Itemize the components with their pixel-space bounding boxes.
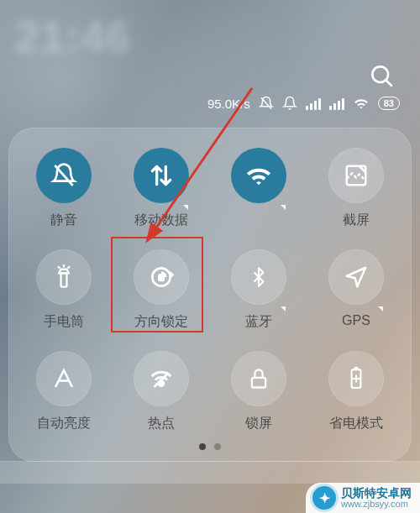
watermark-title: 贝斯特安卓网 (341, 487, 412, 500)
svg-rect-12 (252, 378, 265, 388)
expand-triangle-icon (378, 306, 383, 311)
autobright-icon (36, 351, 92, 406)
page-dot-1[interactable] (199, 443, 206, 450)
bluetooth-icon (231, 249, 286, 305)
tile-mute[interactable]: 静音 (15, 148, 113, 229)
screen-root: 21:46 ····· 95.0K/s 83 静音移动数据截屏手电筒方向锁定蓝牙… (0, 0, 420, 513)
watermark-logo-icon: ✦ (312, 486, 336, 510)
lockscreen-clock: 21:46 (15, 12, 131, 62)
signal-2-icon (329, 97, 344, 110)
page-dot-2[interactable] (214, 443, 221, 450)
battery-icon (328, 351, 384, 406)
torch-icon (36, 249, 92, 305)
expand-triangle-icon (183, 205, 188, 210)
tile-gps[interactable]: GPS (307, 249, 405, 331)
tile-hotspot[interactable]: 热点 (113, 351, 210, 432)
hotspot-icon (134, 351, 189, 406)
wifi-status-icon (353, 97, 370, 110)
svg-line-1 (386, 81, 391, 86)
tile-label: 移动数据 (134, 212, 188, 229)
net-rate: 95.0K/s (207, 97, 250, 111)
tile-data[interactable]: 移动数据 (113, 148, 210, 229)
bottom-blur-bar (0, 461, 420, 484)
svg-rect-4 (61, 273, 67, 286)
tile-lock[interactable]: 锁屏 (210, 351, 307, 432)
orientation-icon (134, 249, 189, 305)
screenshot-icon (328, 148, 384, 203)
quick-settings-grid: 静音移动数据截屏手电筒方向锁定蓝牙GPS自动亮度热点锁屏省电模式 (15, 148, 405, 432)
tile-screenshot[interactable]: 截屏 (307, 148, 405, 229)
tile-label: 自动亮度 (37, 415, 91, 432)
svg-rect-9 (159, 275, 163, 280)
tile-label: 截屏 (343, 212, 370, 229)
search-icon (368, 62, 395, 89)
mute-icon (36, 148, 92, 203)
signal-1-icon (306, 97, 321, 110)
quick-settings-panel: 静音移动数据截屏手电筒方向锁定蓝牙GPS自动亮度热点锁屏省电模式 (8, 128, 412, 462)
tile-label: 手电筒 (44, 313, 84, 331)
status-bar: 95.0K/s 83 (207, 96, 400, 111)
watermark: ✦ 贝斯特安卓网 www.zjbsyy.com (306, 483, 420, 513)
tile-label: 热点 (148, 415, 175, 432)
dnd-icon (259, 96, 274, 111)
tile-torch[interactable]: 手电筒 (15, 249, 113, 331)
wifi-icon (231, 148, 286, 203)
expand-triangle-icon (281, 306, 286, 311)
expand-triangle-icon (281, 205, 286, 210)
battery-text: 83 (384, 98, 394, 108)
tile-orientation[interactable]: 方向锁定 (113, 249, 210, 331)
svg-line-6 (58, 266, 60, 268)
tile-bluetooth[interactable]: 蓝牙 (210, 249, 307, 331)
tile-label: GPS (342, 313, 370, 328)
tile-label: 锁屏 (245, 415, 272, 432)
tile-label: 静音 (50, 212, 77, 229)
watermark-url: www.zjbsyy.com (341, 500, 412, 510)
search-button[interactable] (363, 57, 400, 94)
tile-autobright[interactable]: 自动亮度 (15, 351, 113, 432)
gps-icon (328, 249, 384, 305)
tile-battery[interactable]: 省电模式 (307, 351, 405, 432)
battery-indicator: 83 (378, 97, 400, 110)
lock-icon (231, 351, 286, 406)
svg-line-7 (68, 266, 70, 268)
alarm-icon (282, 96, 297, 111)
tile-label: 方向锁定 (134, 313, 188, 331)
tile-label: 蓝牙 (245, 313, 272, 331)
tile-wifi[interactable] (210, 148, 307, 229)
page-indicator (8, 443, 412, 450)
data-icon (134, 148, 189, 203)
tile-label: 省电模式 (329, 415, 383, 432)
lockscreen-date: ····· (21, 67, 37, 81)
